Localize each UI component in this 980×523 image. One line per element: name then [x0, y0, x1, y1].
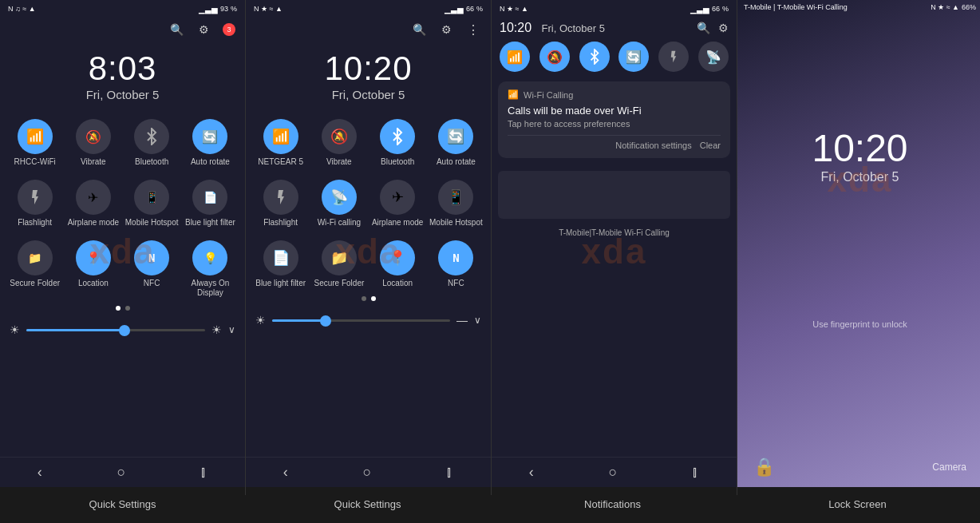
- svg-marker-1: [278, 190, 284, 204]
- notif-badge[interactable]: 3: [223, 23, 235, 36]
- lock-clock-section: 10:20 Fri, October 5: [737, 126, 980, 200]
- tile-wificalling[interactable]: 📡 Wi-Fi calling: [310, 175, 367, 232]
- notif-icon-wifi[interactable]: 📶: [500, 42, 530, 72]
- carrier-label-4: T-Mobile | T-Mobile Wi-Fi Calling: [744, 3, 848, 11]
- tile-label: Flashlight: [263, 218, 298, 228]
- notif-icon-vibrate[interactable]: 🔕: [539, 42, 570, 72]
- tile-nfc-2[interactable]: N NFC: [428, 236, 484, 293]
- gear-icon[interactable]: ⚙: [196, 22, 211, 38]
- location-icon: 📍: [76, 240, 111, 275]
- tile-label: Location: [382, 279, 413, 288]
- screen2: N ★ ≈ ▲ ▁▃▅ 66 % 🔍 ⚙ ⋮ 10:20 Fri, Octobe…: [246, 0, 491, 487]
- hotspot-icon-2: 📱: [438, 180, 473, 215]
- tile-label: Auto rotate: [437, 157, 476, 167]
- expand-icon-1[interactable]: ∨: [228, 324, 235, 335]
- recents-button-2[interactable]: ⫿: [446, 464, 453, 481]
- tile-nfc-1[interactable]: N NFC: [124, 236, 180, 303]
- more-icon-2[interactable]: ⋮: [465, 22, 481, 38]
- caption-4: Lock Screen: [735, 495, 980, 515]
- tile-flashlight-2[interactable]: Flashlight: [252, 175, 309, 232]
- brightness-low-icon-2: ☀: [255, 314, 266, 327]
- nav-bar-3: ‹ ○ ⫿: [492, 457, 737, 487]
- battery-percent-3: 66: [712, 5, 720, 13]
- lock-icon: 🔒: [753, 457, 775, 477]
- tile-bluelight-2[interactable]: 📄 Blue light filter: [252, 236, 309, 293]
- notif-icon-bluetooth[interactable]: [579, 42, 610, 72]
- tile-bluetooth-2[interactable]: Bluetooth: [369, 114, 426, 172]
- brightness-row-2[interactable]: ☀ — ∨: [246, 307, 491, 333]
- gear-icon-3[interactable]: ⚙: [718, 22, 729, 34]
- brightness-slider-2[interactable]: [272, 319, 450, 322]
- carrier-label-3: T-Mobile|T-Mobile Wi-Fi Calling: [492, 225, 737, 240]
- signal-icon-3: ▁▃▅: [690, 5, 709, 14]
- clock-section-2: 10:20 Fri, October 5: [246, 42, 491, 114]
- home-button-2[interactable]: ○: [363, 464, 372, 481]
- status-right-4: N ★ ≈ ▲ 66%: [931, 3, 976, 11]
- bluetooth-icon-2: [380, 119, 415, 154]
- tile-flashlight-1[interactable]: Flashlight: [6, 175, 63, 232]
- tile-vibrate-2[interactable]: 🔕 Vibrate: [310, 114, 367, 172]
- tile-label: Airplane mode: [372, 218, 423, 228]
- clock-date-1: Fri, October 5: [86, 88, 160, 101]
- svg-marker-0: [32, 190, 38, 204]
- tile-bluetooth-1[interactable]: Bluetooth: [124, 114, 180, 172]
- gear-icon-2[interactable]: ⚙: [438, 22, 454, 38]
- tile-bluelight-1[interactable]: 📄 Blue light filter: [182, 175, 239, 232]
- dots-2: [246, 293, 491, 304]
- notif-card[interactable]: 📶 Wi-Fi Calling Calls will be made over …: [498, 81, 730, 158]
- expand-icon-2[interactable]: ∨: [474, 315, 481, 326]
- search-icon-2[interactable]: 🔍: [411, 22, 427, 38]
- notif-settings-button[interactable]: Notification settings: [615, 141, 691, 150]
- tile-airplane-2[interactable]: ✈ Airplane mode: [369, 175, 426, 232]
- clock-time-1: 8:03: [89, 50, 157, 88]
- home-button-3[interactable]: ○: [609, 464, 618, 481]
- tile-rhcc-wifi[interactable]: 📶 RHCC-WiFi: [6, 114, 63, 172]
- brightness-row-1[interactable]: ☀ ☀ ∨: [0, 317, 245, 343]
- search-icon[interactable]: 🔍: [168, 22, 184, 38]
- back-button-2[interactable]: ‹: [283, 464, 288, 481]
- securefolder-icon: 📁: [18, 240, 53, 275]
- home-button-1[interactable]: ○: [117, 464, 126, 481]
- tile-autorotate-1[interactable]: 🔄 Auto rotate: [182, 114, 239, 172]
- status-left-1: N ♫ ≈ ▲: [8, 5, 36, 13]
- tile-autorotate-2[interactable]: 🔄 Auto rotate: [428, 114, 484, 172]
- tile-location-1[interactable]: 📍 Location: [65, 236, 121, 303]
- tile-securefolder-2[interactable]: 📁 Secure Folder: [310, 236, 367, 293]
- tile-netgear[interactable]: 📶 NETGEAR 5: [252, 114, 309, 172]
- back-button-3[interactable]: ‹: [529, 464, 534, 481]
- tile-airplane-1[interactable]: ✈ Airplane mode: [65, 175, 121, 232]
- screen3-time: 10:20: [500, 21, 531, 34]
- clock-section-1: 8:03 Fri, October 5: [0, 42, 245, 114]
- back-button-1[interactable]: ‹: [38, 464, 42, 481]
- brightness-slider-1[interactable]: [26, 329, 205, 331]
- notif-clear-button[interactable]: Clear: [700, 141, 721, 150]
- securefolder-icon-2: 📁: [322, 240, 357, 275]
- status-right-1: ▁▃▅ 93 %: [199, 5, 237, 14]
- wifi-icon-2: 📶: [263, 119, 298, 154]
- flashlight-icon-2: [263, 180, 298, 215]
- status-bar-1: N ♫ ≈ ▲ ▁▃▅ 93 %: [0, 0, 245, 18]
- tile-hotspot-2[interactable]: 📱 Mobile Hotspot: [428, 175, 484, 232]
- tile-aod-1[interactable]: 💡 Always On Display: [182, 236, 239, 303]
- airplane-icon: ✈: [76, 180, 111, 215]
- notif-icon-rotate[interactable]: 🔄: [618, 42, 649, 72]
- aod-icon: 💡: [192, 240, 227, 275]
- recents-button-3[interactable]: ⫿: [692, 464, 699, 481]
- tile-hotspot-1[interactable]: 📱 Mobile Hotspot: [124, 175, 180, 232]
- notif-icon-flashlight[interactable]: [658, 42, 689, 72]
- tile-vibrate-1[interactable]: 🔕 Vibrate: [65, 114, 121, 172]
- notif-icon-calling[interactable]: 📡: [698, 42, 729, 72]
- caption-2: Quick Settings: [245, 495, 490, 515]
- screen1: N ♫ ≈ ▲ ▁▃▅ 93 % 🔍 ⚙ 3 8:03 Fri, October…: [0, 0, 245, 487]
- tile-label: Airplane mode: [68, 218, 119, 228]
- caption-3: Notifications: [490, 495, 735, 515]
- tile-label: Always On Display: [184, 279, 237, 298]
- tile-location-2[interactable]: 📍 Location: [369, 236, 426, 293]
- tile-label: NFC: [448, 279, 464, 288]
- search-icon-3[interactable]: 🔍: [697, 22, 710, 34]
- signal-icon: ▁▃▅: [199, 5, 218, 14]
- camera-label[interactable]: Camera: [932, 462, 966, 473]
- wifi-icon: 📶: [18, 119, 53, 154]
- tile-securefolder-1[interactable]: 📁 Secure Folder: [6, 236, 63, 303]
- recents-button-1[interactable]: ⫿: [200, 464, 207, 481]
